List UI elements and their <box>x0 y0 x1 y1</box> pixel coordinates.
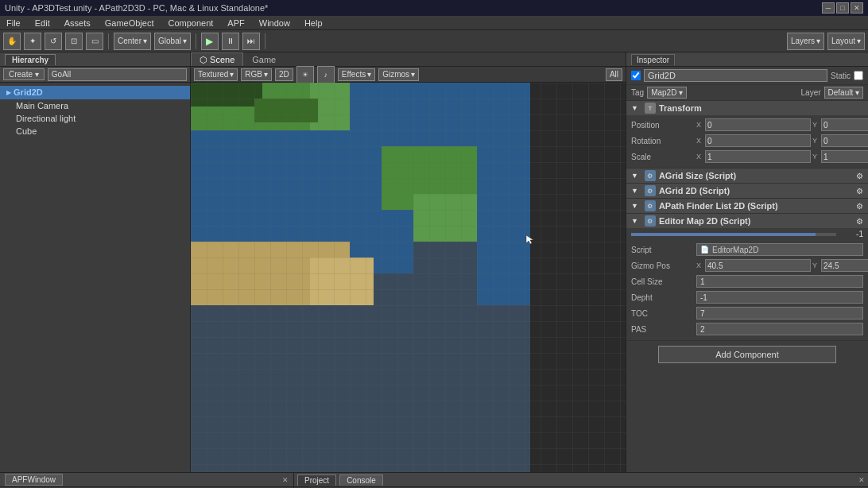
static-checkbox[interactable] <box>854 71 863 80</box>
title-text: Unity - AP3DTest.unity - APath2D3D - PC,… <box>5 3 268 13</box>
transform-header[interactable]: ▼ T Transform <box>626 101 868 115</box>
agrid-2d-header[interactable]: ▼ ⚙ AGrid 2D (Script) ⚙ <box>626 184 868 198</box>
agrid-size-settings-icon[interactable]: ⚙ <box>856 172 863 180</box>
apath-finder-header[interactable]: ▼ ⚙ APath Finder List 2D (Script) ⚙ <box>626 199 868 213</box>
effects-dropdown[interactable]: Effects ▾ <box>338 68 375 81</box>
script-name: EditorMap2D <box>712 246 758 254</box>
gizmo-pos-x-field[interactable]: 40.5 <box>705 259 811 272</box>
global-arrow-icon: ▾ <box>183 37 187 45</box>
lighting-toggle[interactable]: ☀ <box>296 66 314 83</box>
project-panel-close-icon[interactable]: ✕ <box>858 476 865 484</box>
step-button[interactable]: ⏭ <box>242 33 260 50</box>
hierarchy-search-input[interactable] <box>48 68 187 81</box>
agrid-size-header[interactable]: ▼ ⚙ AGrid Size (Script) ⚙ <box>626 168 868 183</box>
hierarchy-list: ▸ Grid2D Main Camera Directional light C… <box>0 83 190 472</box>
menu-window[interactable]: Window <box>256 18 293 28</box>
play-button[interactable]: ▶ <box>201 33 219 50</box>
global-dropdown[interactable]: Global ▾ <box>154 33 191 50</box>
transform-hand-tool[interactable]: ✋ <box>3 33 21 50</box>
tag-dropdown[interactable]: Map2D ▾ <box>647 87 687 99</box>
depth-field[interactable]: -1 <box>696 291 863 304</box>
center-label: Center <box>118 37 141 45</box>
inspector-tab[interactable]: Inspector <box>631 54 675 65</box>
toc-field[interactable]: 7 <box>696 307 863 320</box>
center-dropdown[interactable]: Center ▾ <box>114 33 151 50</box>
hierarchy-item-grid2d[interactable]: ▸ Grid2D <box>0 86 190 99</box>
layer-arrow-icon: ▾ <box>855 88 859 97</box>
toolbar-sep-2 <box>196 33 196 49</box>
gizmo-pos-y-field[interactable]: 24.5 <box>821 259 868 272</box>
cell-size-label: Cell Size <box>631 277 695 286</box>
project-tab[interactable]: Project <box>297 474 336 486</box>
menu-file[interactable]: File <box>3 18 24 28</box>
position-x-field[interactable] <box>705 118 811 131</box>
main-area: Hierarchy Create ▾ ▸ Grid2D Main Camera … <box>0 52 868 472</box>
agrid-size-name: AGrid Size (Script) <box>659 171 736 180</box>
game-tab[interactable]: Game <box>243 52 285 66</box>
scene-view[interactable] <box>191 83 626 472</box>
position-xyz: X Y Z <box>696 118 868 131</box>
agrid-2d-settings-icon[interactable]: ⚙ <box>856 187 863 196</box>
cell-size-field[interactable]: 1 <box>696 275 863 288</box>
editor-map-2d-icon: ⚙ <box>645 215 656 227</box>
transform-scale-tool[interactable]: ⊡ <box>65 33 83 50</box>
apath-finder-name: APath Finder List 2D (Script) <box>659 201 778 211</box>
script-label: Script <box>631 246 695 254</box>
editor-map-2d-settings-icon[interactable]: ⚙ <box>856 217 863 226</box>
transform-icon: T <box>645 103 656 114</box>
editor-map-2d-header[interactable]: ▼ ⚙ Editor Map 2D (Script) ⚙ <box>626 214 868 228</box>
pas-field[interactable]: 2 <box>696 323 863 335</box>
apf-window-tab[interactable]: APFWindow <box>5 474 63 486</box>
scale-y-field[interactable] <box>821 150 868 163</box>
add-component-button[interactable]: Add Component <box>658 346 836 363</box>
view-2d-button[interactable]: 2D <box>275 68 293 81</box>
editor-map-2d-component: ▼ ⚙ Editor Map 2D (Script) ⚙ -1 Script 📄… <box>626 214 868 341</box>
transform-rotate-tool[interactable]: ↺ <box>45 33 62 50</box>
console-tab[interactable]: Console <box>339 474 383 486</box>
gizmos-dropdown[interactable]: Gizmos ▾ <box>378 68 419 81</box>
depth-label: Depht <box>631 293 695 302</box>
transform-move-tool[interactable]: ✦ <box>24 33 41 50</box>
hierarchy-create-button[interactable]: Create ▾ <box>3 68 45 80</box>
minimize-button[interactable]: ─ <box>822 2 835 14</box>
search-all-dropdown[interactable]: All <box>606 68 622 81</box>
hierarchy-item-cube[interactable]: Cube <box>0 125 190 137</box>
menu-apf[interactable]: APF <box>224 18 247 28</box>
component-slider[interactable] <box>631 233 836 236</box>
layer-label: Layer <box>801 88 821 97</box>
object-name-field[interactable]: Grid2D <box>644 69 827 82</box>
maximize-button[interactable]: □ <box>836 2 849 14</box>
rotation-x-field[interactable] <box>705 134 811 147</box>
color-mode-dropdown[interactable]: RGB ▾ <box>241 68 272 81</box>
scene-tab[interactable]: ⬡ Scene <box>191 52 243 66</box>
audio-toggle[interactable]: ♪ <box>317 66 335 83</box>
pause-button[interactable]: ⏸ <box>222 33 239 50</box>
layers-label: Layers <box>791 37 815 45</box>
script-field[interactable]: 📄 EditorMap2D <box>696 243 863 256</box>
scale-x-field[interactable] <box>705 150 811 163</box>
hierarchy-item-maincamera[interactable]: Main Camera <box>0 99 190 112</box>
menu-help[interactable]: Help <box>301 18 326 28</box>
hierarchy-item-directionallight[interactable]: Directional light <box>0 112 190 125</box>
menu-assets[interactable]: Assets <box>61 18 94 28</box>
gizmo-pos-label: Gizmo Pos <box>631 261 695 270</box>
menu-edit[interactable]: Edit <box>32 18 53 28</box>
menu-component[interactable]: Component <box>165 18 216 28</box>
transform-rect-tool[interactable]: ▭ <box>86 33 103 50</box>
layers-dropdown[interactable]: Layers ▾ <box>787 33 824 50</box>
layout-dropdown[interactable]: Layout ▾ <box>827 33 865 50</box>
view-mode-arrow: ▾ <box>230 70 234 79</box>
hierarchy-tab[interactable]: Hierarchy <box>5 54 56 65</box>
close-button[interactable]: ✕ <box>851 2 863 14</box>
tag-value: Map2D <box>651 88 676 97</box>
menu-gameobject[interactable]: GameObject <box>102 18 157 28</box>
rotation-xyz: X Y Z <box>696 134 868 147</box>
apath-finder-settings-icon[interactable]: ⚙ <box>856 202 863 211</box>
object-active-checkbox[interactable] <box>631 71 641 80</box>
rotation-y-field[interactable] <box>821 134 868 147</box>
apf-window-close-icon[interactable]: ✕ <box>282 476 289 484</box>
agrid-2d-expand-icon: ▼ <box>631 187 638 195</box>
layer-dropdown[interactable]: Default ▾ <box>824 87 863 99</box>
view-mode-dropdown[interactable]: Textured ▾ <box>194 68 238 81</box>
position-y-field[interactable] <box>821 118 868 131</box>
